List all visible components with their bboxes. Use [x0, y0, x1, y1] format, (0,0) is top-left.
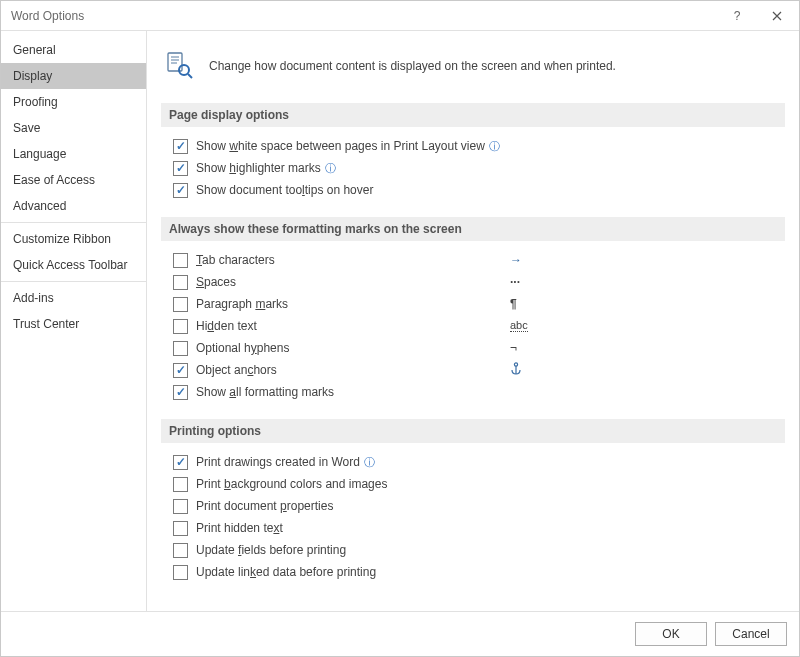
label-print-hidden: Print hidden text — [196, 521, 283, 535]
label-hidden-text: Hidden text — [196, 319, 257, 333]
svg-point-4 — [179, 65, 189, 75]
label-tab-characters: Tab characters — [196, 253, 275, 267]
checkbox-paragraph-marks[interactable] — [173, 297, 188, 312]
checkbox-optional-hyphens[interactable] — [173, 341, 188, 356]
checkbox-print-background[interactable] — [173, 477, 188, 492]
sidebar-item-quick-access-toolbar[interactable]: Quick Access Toolbar — [1, 252, 146, 278]
checkbox-hidden-text[interactable] — [173, 319, 188, 334]
label-update-linked: Update linked data before printing — [196, 565, 376, 579]
checkbox-print-hidden[interactable] — [173, 521, 188, 536]
symbol-hyphen: ¬ — [510, 341, 517, 355]
label-print-background: Print background colors and images — [196, 477, 387, 491]
sidebar-item-language[interactable]: Language — [1, 141, 146, 167]
checkbox-spaces[interactable] — [173, 275, 188, 290]
sidebar-item-trust-center[interactable]: Trust Center — [1, 311, 146, 337]
sidebar-item-advanced[interactable]: Advanced — [1, 193, 146, 219]
sidebar-separator — [1, 222, 146, 223]
label-show-highlighter: Show highlighter marks — [196, 161, 321, 175]
checkbox-object-anchors[interactable] — [173, 363, 188, 378]
checkbox-print-properties[interactable] — [173, 499, 188, 514]
document-search-icon — [165, 51, 195, 81]
dialog-title: Word Options — [11, 9, 717, 23]
sidebar-item-customize-ribbon[interactable]: Customize Ribbon — [1, 226, 146, 252]
symbol-tab: → — [510, 253, 522, 267]
checkbox-show-highlighter[interactable] — [173, 161, 188, 176]
checkbox-print-drawings[interactable] — [173, 455, 188, 470]
label-optional-hyphens: Optional hyphens — [196, 341, 289, 355]
label-paragraph-marks: Paragraph marks — [196, 297, 288, 311]
label-spaces: Spaces — [196, 275, 236, 289]
label-object-anchors: Object anchors — [196, 363, 277, 377]
svg-point-6 — [514, 362, 517, 365]
checkbox-show-whitespace[interactable] — [173, 139, 188, 154]
info-icon[interactable]: ⓘ — [489, 139, 500, 154]
checkbox-tab-characters[interactable] — [173, 253, 188, 268]
sidebar-item-save[interactable]: Save — [1, 115, 146, 141]
checkbox-update-fields[interactable] — [173, 543, 188, 558]
label-show-all-marks: Show all formatting marks — [196, 385, 334, 399]
label-show-whitespace: Show white space between pages in Print … — [196, 139, 485, 153]
info-icon[interactable]: ⓘ — [325, 161, 336, 176]
main-panel: Change how document content is displayed… — [147, 31, 799, 611]
dialog-footer: OK Cancel — [1, 611, 799, 656]
sidebar-item-add-ins[interactable]: Add-ins — [1, 285, 146, 311]
label-update-fields: Update fields before printing — [196, 543, 346, 557]
label-print-properties: Print document properties — [196, 499, 333, 513]
symbol-paragraph: ¶ — [510, 297, 517, 311]
intro-text: Change how document content is displayed… — [209, 59, 616, 73]
info-icon[interactable]: ⓘ — [364, 455, 375, 470]
word-options-dialog: Word Options ? General Display Proofing … — [0, 0, 800, 657]
help-button[interactable]: ? — [717, 2, 757, 30]
category-sidebar: General Display Proofing Save Language E… — [1, 31, 147, 611]
anchor-icon — [510, 362, 522, 379]
symbol-hidden: abc — [510, 320, 528, 332]
sidebar-separator — [1, 281, 146, 282]
close-button[interactable] — [757, 2, 797, 30]
section-heading-formatting: Always show these formatting marks on th… — [161, 217, 785, 241]
symbol-spaces: ··· — [510, 275, 520, 289]
section-heading-printing: Printing options — [161, 419, 785, 443]
title-bar: Word Options ? — [1, 1, 799, 31]
cancel-button[interactable]: Cancel — [715, 622, 787, 646]
ok-button[interactable]: OK — [635, 622, 707, 646]
checkbox-show-tooltips[interactable] — [173, 183, 188, 198]
intro-row: Change how document content is displayed… — [161, 31, 785, 99]
svg-line-5 — [188, 74, 192, 78]
checkbox-show-all-marks[interactable] — [173, 385, 188, 400]
label-show-tooltips: Show document tooltips on hover — [196, 183, 373, 197]
checkbox-update-linked[interactable] — [173, 565, 188, 580]
label-print-drawings: Print drawings created in Word — [196, 455, 360, 469]
sidebar-item-display[interactable]: Display — [1, 63, 146, 89]
sidebar-item-general[interactable]: General — [1, 37, 146, 63]
section-heading-page-display: Page display options — [161, 103, 785, 127]
sidebar-item-ease-of-access[interactable]: Ease of Access — [1, 167, 146, 193]
sidebar-item-proofing[interactable]: Proofing — [1, 89, 146, 115]
